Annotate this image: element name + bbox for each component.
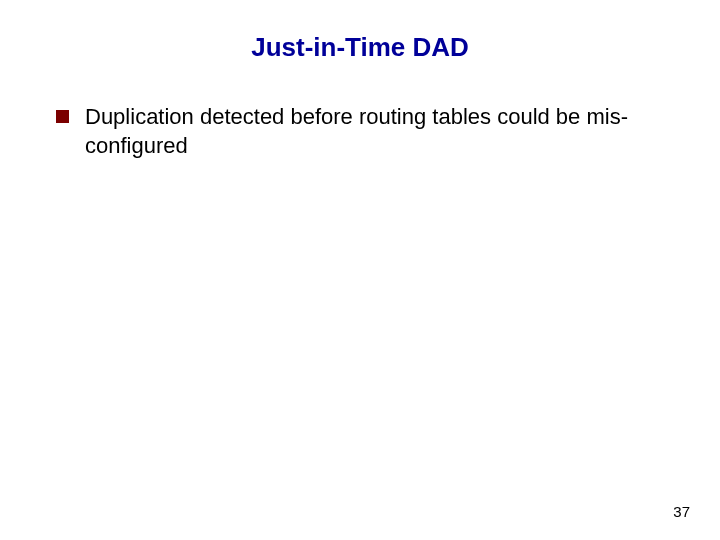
- square-bullet-icon: [56, 110, 69, 123]
- bullet-item: Duplication detected before routing tabl…: [0, 103, 720, 160]
- bullet-text: Duplication detected before routing tabl…: [85, 103, 660, 160]
- page-number: 37: [673, 503, 690, 520]
- slide-title: Just-in-Time DAD: [0, 0, 720, 103]
